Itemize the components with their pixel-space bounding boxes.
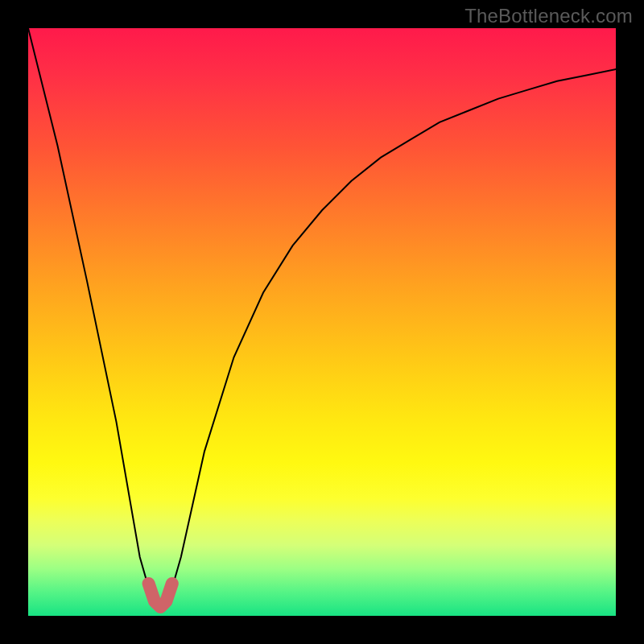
curve-svg — [28, 28, 616, 616]
plot-area — [28, 28, 616, 616]
watermark-text: TheBottleneck.com — [464, 5, 633, 27]
chart-frame: TheBottleneck.com — [0, 0, 644, 644]
optimal-zone-marker — [149, 584, 172, 607]
bottleneck-curve — [28, 28, 616, 610]
